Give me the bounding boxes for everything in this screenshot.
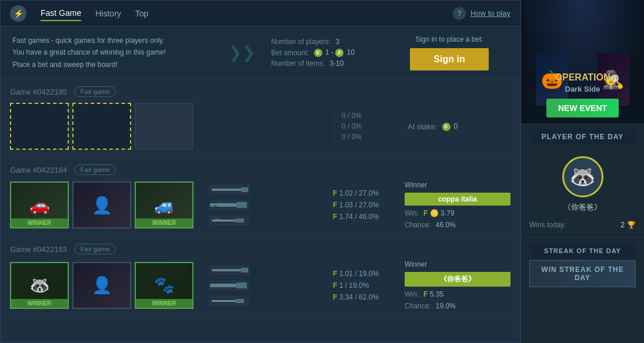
- chance-row-3: Chance: 19.0%: [405, 302, 510, 310]
- fair-game-badge-1[interactable]: Fair game: [74, 86, 116, 97]
- stake-label: At stake:: [408, 122, 438, 131]
- tab-history[interactable]: History: [95, 6, 121, 21]
- win-streak-button[interactable]: WIN STREAK OF THE DAY: [529, 260, 636, 287]
- info-line-1: Fast games - quick games for three playe…: [12, 35, 224, 46]
- win-row-3: Win: F 5.35: [405, 290, 510, 298]
- player-slot-2-2: 👤: [72, 181, 131, 228]
- item-line-2-2: [205, 199, 326, 211]
- player-avatar: 🦝: [562, 156, 603, 197]
- game-header-1: Game #0422185 Fair game: [10, 86, 510, 97]
- svg-rect-6: [235, 218, 244, 223]
- streak-title-area: STREAK OF THE DAY: [529, 244, 636, 258]
- info-text: Fast games - quick games for three playe…: [12, 35, 224, 70]
- player-slot-1-3: [135, 103, 193, 150]
- svg-rect-3: [236, 202, 247, 208]
- players-label: Number of players:: [271, 38, 331, 46]
- stat-bet: Bet amount: F 1 - F 10: [271, 48, 391, 57]
- tab-fast-game[interactable]: Fast Game: [41, 6, 81, 21]
- tab-top[interactable]: Top: [135, 6, 149, 21]
- how-to-play-link[interactable]: How to play: [471, 9, 510, 18]
- svg-rect-7: [215, 218, 219, 220]
- fair-game-badge-2[interactable]: Fair game: [74, 164, 116, 175]
- winner-label-3: Winner: [405, 260, 510, 268]
- items-col-2: [205, 183, 326, 227]
- svg-rect-8: [212, 269, 241, 271]
- coin-icon-2: F: [335, 49, 343, 57]
- new-event-button[interactable]: NEW EVENT: [546, 99, 619, 117]
- bet-label: Bet amount:: [271, 49, 309, 57]
- wins-today-value: 2 🏆: [620, 221, 636, 229]
- stats-col-1: 0 / 0% 0 / 0% 0 / 0%: [342, 112, 401, 141]
- stat-3-3: F 3.34 / 62.0%: [333, 293, 398, 301]
- winner-section-2: Winner coppa italia Win: F 🪙 3.79 Chance…: [405, 181, 510, 229]
- sign-in-label: Sign in to place a bet:: [415, 35, 483, 43]
- svg-rect-13: [235, 299, 244, 303]
- win-value-2: F 🪙 3.79: [423, 209, 454, 217]
- bet-value: F 1 - F 10: [314, 48, 355, 57]
- coin-win-2: F: [423, 209, 428, 217]
- stat-2-1: F 1.02 / 27.0%: [333, 189, 398, 197]
- info-line-3: Place a bet and sweep the board!: [12, 59, 224, 70]
- stat-2-2: F 1.03 / 27.0%: [333, 201, 398, 209]
- winner-name-3: 《你爸爸》: [405, 272, 510, 287]
- player-slot-1-1: [10, 103, 69, 150]
- items-value: 3-10: [329, 59, 343, 68]
- stats-col-3: F 1.01 / 19.0% F 1 / 19.0% F 3.34 / 62.0…: [333, 270, 398, 301]
- coin-icon-1: F: [314, 49, 322, 57]
- event-banner[interactable]: 🎃 🕵️ OPERATION Dark Side NEW EVENT: [521, 0, 644, 123]
- players-row-1: [10, 103, 198, 150]
- fair-game-badge-3[interactable]: Fair game: [74, 244, 116, 254]
- item-line-2-1: [205, 183, 326, 196]
- winner-badge-2-3: WINNER: [136, 218, 192, 227]
- chance-value-3: 19.0%: [436, 302, 456, 310]
- game-header-3: Game #0422183 Fair game: [10, 244, 510, 254]
- help-icon[interactable]: ?: [453, 7, 466, 20]
- svg-rect-5: [212, 220, 235, 221]
- winner-badge-2-1: WINNER: [11, 218, 68, 227]
- wins-today-label: Wins today:: [529, 221, 566, 229]
- svg-rect-10: [210, 284, 236, 287]
- sign-in-button[interactable]: Sign in: [410, 48, 488, 70]
- item-line-3-1: [205, 264, 326, 277]
- items-col-1: [205, 109, 335, 144]
- sign-in-section: Sign in to place a bet: Sign in: [391, 35, 508, 70]
- players-row-3: 🦝 WINNER 👤 🐾 WINNER: [10, 262, 198, 309]
- player-slot-3-1: 🦝 WINNER: [10, 262, 69, 309]
- stat-3-2: F 1 / 19.0%: [333, 281, 398, 290]
- games-area: Game #0422185 Fair game 0 / 0% 0 / 0% 0 …: [1, 79, 520, 342]
- items-col-3: [205, 264, 326, 307]
- item-line-3-2: [205, 279, 326, 292]
- winner-badge-3-3: WINNER: [136, 299, 192, 308]
- players-row-2: 🚗 WINNER 👤 🚙 WINNER: [10, 181, 198, 228]
- info-bar: Fast games - quick games for three playe…: [1, 26, 520, 79]
- coin-win-3: F: [423, 290, 428, 298]
- svg-rect-0: [212, 189, 241, 191]
- svg-rect-1: [241, 187, 248, 192]
- coin-stat-2-2: F: [333, 201, 337, 209]
- svg-rect-12: [212, 300, 235, 302]
- wins-today-row: Wins today: 2 🏆: [529, 218, 636, 231]
- stat-2-3: F 1.74 / 46.0%: [333, 213, 398, 221]
- winner-badge-3-1: WINNER: [11, 299, 68, 308]
- game-block-3: Game #0422183 Fair game 🦝 WINNER 👤 🐾 WIN…: [1, 237, 520, 318]
- player-slot-1-2: [72, 103, 131, 150]
- info-line-2: You have a great chance of winning in th…: [12, 46, 224, 58]
- player-slot-2-1: 🚗 WINNER: [10, 181, 69, 228]
- player-name: 《你爸爸》: [563, 202, 602, 213]
- coin-stat-3-2: F: [333, 281, 337, 290]
- stake-value: F 0: [442, 122, 458, 131]
- items-label: Number of items:: [271, 59, 325, 68]
- streak-section: STREAK OF THE DAY WIN STREAK OF THE DAY: [521, 238, 644, 293]
- top-nav: ⚡ Fast Game History Top ? How to play: [1, 1, 520, 26]
- chance-label-2: Chance:: [405, 221, 431, 229]
- coin-stat-2-3: F: [333, 213, 337, 221]
- chance-value-2: 46.0%: [436, 221, 456, 229]
- player-slot-3-3: 🐾 WINNER: [135, 262, 193, 309]
- stats-section: Number of players: 3 Bet amount: F 1 - F…: [259, 38, 391, 68]
- event-subtitle: Dark Side: [565, 85, 600, 93]
- chance-label-3: Chance:: [405, 302, 431, 310]
- stat-1-3: 0 / 0%: [342, 133, 401, 141]
- arrow-section: ❯❯: [224, 43, 259, 62]
- trophy-icon: 🏆: [627, 221, 636, 229]
- win-label-3: Win:: [405, 290, 419, 298]
